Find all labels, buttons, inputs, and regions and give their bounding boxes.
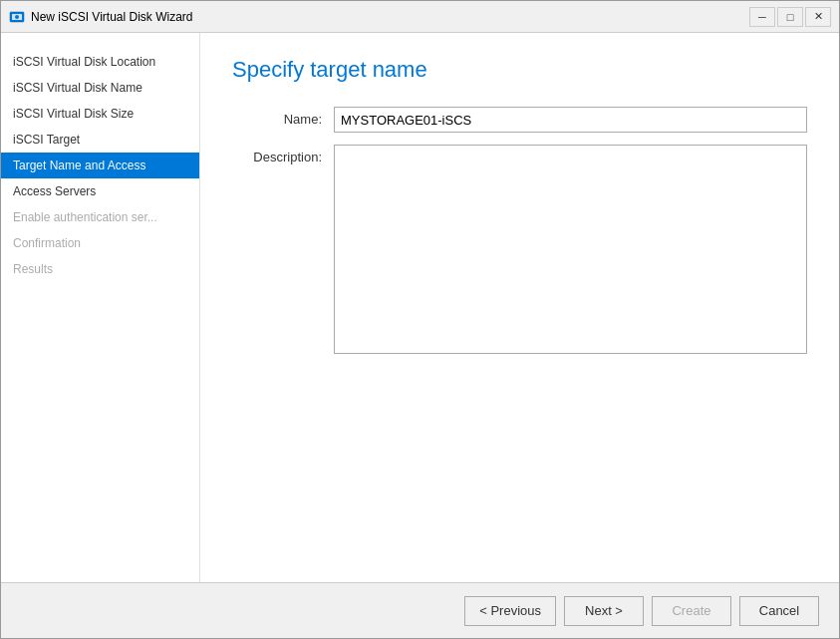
- sidebar-item-results: Results: [1, 256, 199, 282]
- sidebar-item-iscsi-size[interactable]: iSCSI Virtual Disk Size: [1, 101, 199, 127]
- app-icon: [9, 9, 25, 25]
- name-input[interactable]: [334, 107, 807, 133]
- sidebar-item-enable-auth: Enable authentication ser...: [1, 204, 199, 230]
- form-area: Name: Description:: [200, 99, 839, 582]
- create-button[interactable]: Create: [652, 596, 731, 626]
- title-bar: New iSCSI Virtual Disk Wizard ─ □ ✕: [1, 1, 839, 33]
- description-row: Description:: [232, 145, 807, 354]
- maximize-button[interactable]: □: [777, 7, 803, 27]
- name-label: Name:: [232, 107, 322, 127]
- sidebar-item-confirmation: Confirmation: [1, 230, 199, 256]
- cancel-button[interactable]: Cancel: [739, 596, 819, 626]
- page-header: Specify target name: [200, 33, 839, 99]
- sidebar-item-access-servers[interactable]: Access Servers: [1, 178, 199, 204]
- sidebar: iSCSI Virtual Disk Location iSCSI Virtua…: [1, 33, 200, 582]
- sidebar-item-target-name-access[interactable]: Target Name and Access: [1, 153, 199, 178]
- previous-button[interactable]: < Previous: [464, 596, 556, 626]
- sidebar-item-iscsi-location[interactable]: iSCSI Virtual Disk Location: [1, 49, 199, 75]
- window: New iSCSI Virtual Disk Wizard ─ □ ✕ iSCS…: [0, 0, 840, 639]
- page-title: Specify target name: [232, 57, 807, 83]
- footer: < Previous Next > Create Cancel: [1, 582, 839, 638]
- next-button[interactable]: Next >: [564, 596, 644, 626]
- description-textarea[interactable]: [334, 145, 807, 354]
- main-content: Specify target name Name: Description:: [200, 33, 839, 582]
- svg-point-2: [15, 15, 19, 19]
- description-label: Description:: [232, 145, 322, 164]
- title-bar-controls: ─ □ ✕: [749, 7, 831, 27]
- name-row: Name:: [232, 107, 807, 133]
- close-button[interactable]: ✕: [805, 7, 831, 27]
- minimize-button[interactable]: ─: [749, 7, 775, 27]
- content-area: iSCSI Virtual Disk Location iSCSI Virtua…: [1, 33, 839, 582]
- sidebar-item-iscsi-target[interactable]: iSCSI Target: [1, 127, 199, 153]
- sidebar-item-iscsi-name[interactable]: iSCSI Virtual Disk Name: [1, 75, 199, 101]
- title-bar-text: New iSCSI Virtual Disk Wizard: [31, 10, 749, 24]
